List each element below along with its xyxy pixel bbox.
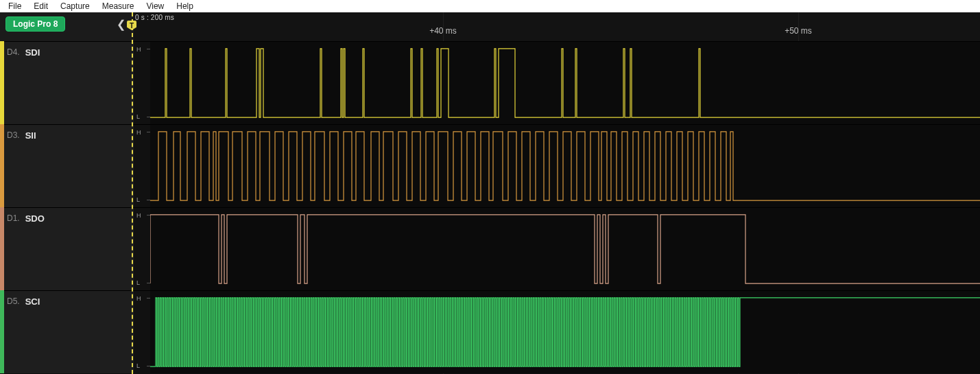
trigger-line[interactable]	[132, 12, 133, 374]
channel-label-sii[interactable]: D3. SII	[0, 125, 134, 207]
tick-40ms: +40 ms	[429, 26, 457, 36]
channel-id: D4.	[7, 47, 20, 57]
channel-color-sci	[0, 290, 4, 373]
channel-gutter-sii: H L	[134, 125, 150, 207]
chevron-left-icon[interactable]: ❮	[117, 18, 126, 31]
channel-label-sdo[interactable]: D1. SDO	[0, 208, 134, 290]
low-label: L	[136, 196, 140, 203]
high-label: H	[136, 212, 141, 219]
menu-measure[interactable]: Measure	[97, 1, 140, 11]
waveform-sci[interactable]	[150, 291, 980, 373]
channels: D4. SDI H L D3. SII H L	[0, 41, 980, 374]
channel-name: SDO	[25, 213, 45, 224]
channel-name: SCI	[25, 296, 40, 307]
menu-view[interactable]: View	[141, 1, 169, 11]
channel-name: SII	[25, 130, 36, 141]
time-origin-label: 0 s : 200 ms	[135, 14, 174, 21]
channel-gutter-sdi: H L	[134, 42, 150, 124]
high-label: H	[136, 46, 141, 53]
menu-file[interactable]: File	[3, 1, 27, 11]
channel-gutter-sci: H L	[134, 291, 150, 373]
channel-gutter-sdo: H L	[134, 208, 150, 290]
waveform-sii[interactable]	[150, 125, 980, 207]
menu-help[interactable]: Help	[171, 1, 199, 11]
low-label: L	[136, 279, 140, 286]
channel-label-sci[interactable]: D5. SCI	[0, 291, 134, 373]
low-label: L	[136, 362, 140, 369]
app-frame: Logic Pro 8 ❮ 0 s : 200 ms +40 ms +50 ms…	[0, 12, 980, 374]
channel-row-sii: D3. SII H L	[0, 124, 980, 207]
channel-id: D3.	[7, 130, 20, 140]
tick-50ms: +50 ms	[785, 26, 812, 36]
channel-row-sci: D5. SCI H L	[0, 290, 980, 373]
menu-capture[interactable]: Capture	[55, 1, 95, 11]
waveform-sdo[interactable]	[150, 208, 980, 290]
menu-edit[interactable]: Edit	[28, 1, 53, 11]
channel-color-sdi	[0, 41, 4, 124]
timeline-ruler[interactable]: 0 s : 200 ms +40 ms +50 ms T	[134, 12, 980, 41]
high-label: H	[136, 129, 141, 136]
channel-id: D5.	[7, 296, 20, 306]
channel-label-sdi[interactable]: D4. SDI	[0, 42, 134, 124]
channel-id: D1.	[7, 213, 20, 223]
device-badge[interactable]: Logic Pro 8	[5, 16, 65, 32]
channel-row-sdo: D1. SDO H L	[0, 207, 980, 290]
channel-color-sii	[0, 124, 4, 207]
device-area: Logic Pro 8 ❮	[0, 12, 134, 41]
channel-row-sdi: D4. SDI H L	[0, 41, 980, 124]
low-label: L	[136, 113, 140, 120]
channel-name: SDI	[25, 47, 40, 58]
top-strip: Logic Pro 8 ❮ 0 s : 200 ms +40 ms +50 ms…	[0, 12, 980, 41]
high-label: H	[136, 295, 141, 302]
waveform-sdi[interactable]	[150, 42, 980, 124]
menubar: File Edit Capture Measure View Help	[0, 0, 980, 12]
channel-color-sdo	[0, 207, 4, 290]
